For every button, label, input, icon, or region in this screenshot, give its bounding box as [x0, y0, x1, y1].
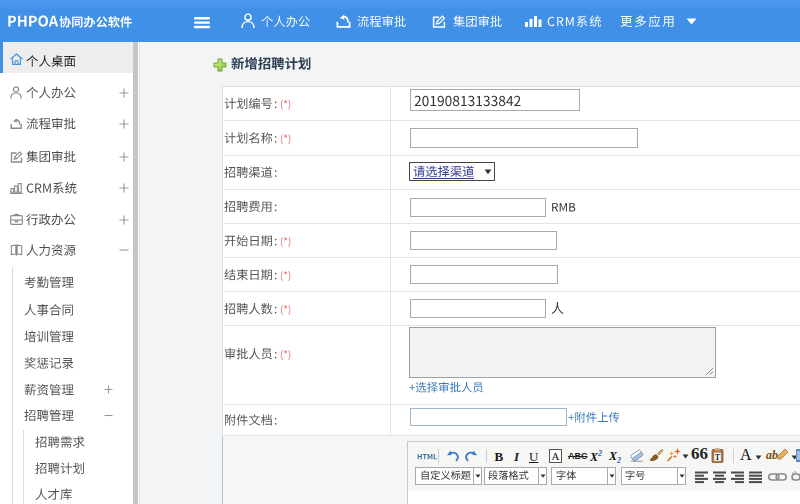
- svg-text:A: A: [552, 450, 560, 462]
- svg-text:T: T: [715, 453, 721, 462]
